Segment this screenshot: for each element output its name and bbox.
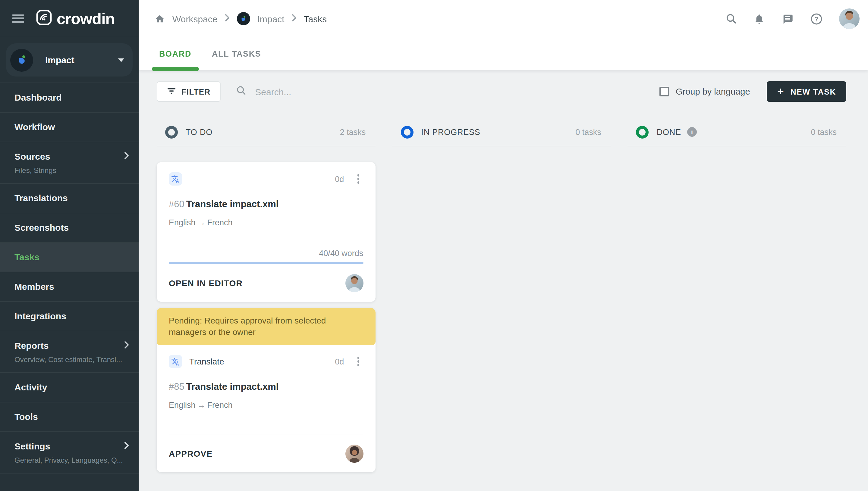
search-box bbox=[236, 85, 660, 98]
info-icon[interactable]: i bbox=[687, 127, 697, 137]
home-icon[interactable] bbox=[154, 13, 165, 24]
filter-icon bbox=[167, 86, 176, 97]
sidebar-item-tasks[interactable]: Tasks bbox=[0, 243, 139, 272]
sidebar-item-members[interactable]: Members bbox=[0, 272, 139, 302]
column-done: DONE i 0 tasks bbox=[628, 125, 846, 472]
translate-icon bbox=[169, 355, 182, 368]
column-header-done: DONE i 0 tasks bbox=[628, 125, 846, 139]
column-in-progress: IN PROGRESS 0 tasks bbox=[392, 125, 611, 472]
sidebar-item-activity[interactable]: Activity bbox=[0, 373, 139, 402]
topbar-icons: ? bbox=[725, 8, 860, 29]
sidebar-item-dashboard[interactable]: Dashboard bbox=[0, 83, 139, 113]
group-by-language-checkbox[interactable] bbox=[660, 87, 669, 96]
bell-icon[interactable] bbox=[754, 12, 765, 25]
group-by-language-toggle[interactable]: Group by language bbox=[660, 87, 750, 96]
search-input[interactable] bbox=[254, 86, 435, 97]
breadcrumb-current: Tasks bbox=[304, 13, 327, 24]
column-todo: TO DO 2 tasks 0d bbox=[157, 125, 375, 472]
project-selector[interactable]: Impact bbox=[6, 44, 133, 77]
arrow-right-icon: → bbox=[196, 218, 207, 227]
progress-bar-fill bbox=[169, 262, 363, 264]
help-icon[interactable]: ? bbox=[810, 12, 823, 25]
brand-name: crowdin bbox=[57, 10, 114, 26]
kebab-menu-icon[interactable] bbox=[354, 356, 363, 367]
plus-icon: + bbox=[777, 85, 784, 97]
board-toolbar: FILTER Group by language + NEW TASK bbox=[157, 81, 846, 102]
task-card-85[interactable]: Pending: Requires approval from selected… bbox=[157, 308, 375, 472]
column-header-in-progress: IN PROGRESS 0 tasks bbox=[392, 125, 611, 139]
breadcrumb-workspace[interactable]: Workspace bbox=[172, 13, 218, 24]
task-card-60[interactable]: 0d #60Translate impact.xml English→Frenc… bbox=[157, 162, 375, 302]
sidebar-item-sources[interactable]: Sources Files, Strings bbox=[0, 142, 139, 184]
task-title: #60Translate impact.xml bbox=[169, 198, 363, 210]
sidebar-item-screenshots[interactable]: Screenshots bbox=[0, 213, 139, 243]
word-count: 40/40 words bbox=[169, 249, 363, 258]
view-tabs: BOARD ALL TASKS bbox=[139, 37, 868, 70]
topbar: Workspace Impact Tasks bbox=[139, 0, 868, 37]
breadcrumb: Workspace Impact Tasks bbox=[154, 12, 725, 25]
tab-board[interactable]: BOARD bbox=[152, 37, 199, 70]
column-header-todo: TO DO 2 tasks bbox=[157, 125, 375, 139]
column-count: 0 tasks bbox=[576, 127, 601, 137]
arrow-right-icon: → bbox=[196, 401, 207, 410]
svg-text:?: ? bbox=[814, 15, 818, 23]
search-icon bbox=[236, 85, 247, 98]
sidebar-header: crowdin bbox=[0, 0, 139, 37]
page-header: Workspace Impact Tasks bbox=[139, 0, 868, 70]
column-divider bbox=[157, 146, 375, 146]
crowdin-logo[interactable]: crowdin bbox=[36, 9, 114, 27]
language-pair: English→French bbox=[169, 218, 363, 227]
project-name: Impact bbox=[45, 55, 118, 65]
kebab-menu-icon[interactable] bbox=[354, 174, 363, 184]
task-id: #85 bbox=[169, 381, 185, 392]
sidebar-item-reports[interactable]: Reports Overview, Cost estimate, Transl.… bbox=[0, 331, 139, 373]
tab-all-tasks[interactable]: ALL TASKS bbox=[205, 37, 268, 70]
task-type-label: Translate bbox=[189, 357, 224, 366]
chevron-down-icon bbox=[118, 58, 124, 62]
language-pair: English→French bbox=[169, 401, 363, 410]
crowdin-tasks-page: crowdin Impact Dashboard Workflow Source… bbox=[0, 0, 868, 491]
sidebar-item-integrations[interactable]: Integrations bbox=[0, 302, 139, 331]
chevron-right-icon bbox=[225, 13, 230, 24]
todo-status-icon bbox=[165, 125, 178, 138]
filter-button[interactable]: FILTER bbox=[157, 81, 221, 102]
breadcrumb-project[interactable]: Impact bbox=[257, 13, 284, 24]
crowdin-logo-icon bbox=[36, 9, 52, 27]
task-title: #85Translate impact.xml bbox=[169, 381, 363, 393]
sidebar-item-tools[interactable]: Tools bbox=[0, 402, 139, 432]
sidebar-item-subtitle: General, Privacy, Languages, Q... bbox=[15, 456, 129, 464]
task-id: #60 bbox=[169, 199, 185, 209]
chat-icon[interactable] bbox=[781, 13, 794, 25]
project-logo-icon bbox=[237, 12, 250, 25]
open-in-editor-button[interactable]: OPEN IN EDITOR bbox=[169, 278, 243, 288]
project-logo-icon bbox=[10, 49, 33, 71]
task-duration: 0d bbox=[335, 357, 344, 366]
board-content: FILTER Group by language + NEW TASK bbox=[139, 70, 868, 491]
chevron-right-icon bbox=[124, 340, 129, 351]
sidebar-item-settings[interactable]: Settings General, Privacy, Languages, Q.… bbox=[0, 432, 139, 473]
assignee-avatar bbox=[345, 444, 363, 463]
chevron-right-icon bbox=[124, 441, 129, 452]
new-task-button[interactable]: + NEW TASK bbox=[767, 81, 846, 102]
approve-button[interactable]: APPROVE bbox=[169, 449, 213, 459]
sidebar-item-translations[interactable]: Translations bbox=[0, 184, 139, 213]
progress-bar bbox=[169, 262, 363, 264]
sidebar-nav: Dashboard Workflow Sources Files, String… bbox=[0, 83, 139, 491]
card-divider bbox=[169, 434, 363, 434]
column-divider bbox=[628, 146, 846, 146]
group-by-language-label: Group by language bbox=[676, 87, 750, 96]
column-divider bbox=[392, 146, 611, 146]
sidebar-item-subtitle: Overview, Cost estimate, Transl... bbox=[15, 355, 129, 364]
task-duration: 0d bbox=[335, 174, 344, 183]
sidebar-item-subtitle: Files, Strings bbox=[15, 166, 129, 175]
menu-icon[interactable] bbox=[12, 14, 24, 23]
sidebar: crowdin Impact Dashboard Workflow Source… bbox=[0, 0, 139, 491]
main-area: Workspace Impact Tasks bbox=[139, 0, 868, 491]
chevron-right-icon bbox=[292, 13, 297, 24]
sidebar-item-workflow[interactable]: Workflow bbox=[0, 113, 139, 142]
pending-approval-banner: Pending: Requires approval from selected… bbox=[157, 308, 375, 345]
user-avatar[interactable] bbox=[839, 8, 860, 29]
search-icon[interactable] bbox=[725, 13, 737, 25]
translate-icon bbox=[169, 172, 182, 185]
in-progress-status-icon bbox=[400, 125, 413, 138]
